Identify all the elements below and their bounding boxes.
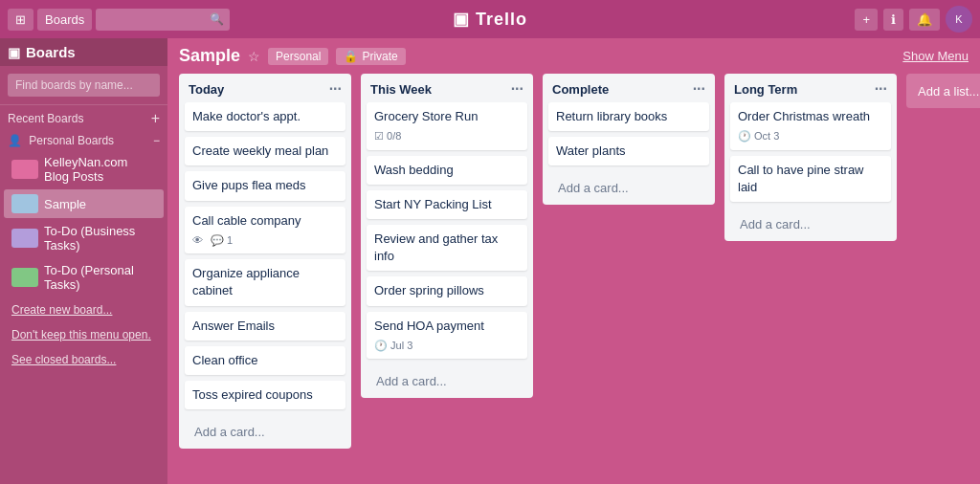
show-menu-link[interactable]: Show Menu [902,49,969,63]
card-c3[interactable]: Give pups flea meds [185,171,345,200]
card-text-c1: Make doctor's appt. [192,109,301,123]
card-text-c6: Answer Emails [192,319,275,333]
list-menu-long-term[interactable]: ··· [875,81,887,97]
card-c16[interactable]: Water plants [548,137,709,165]
card-text-c3: Give pups flea meds [192,178,306,192]
bell-icon: 🔔 [917,12,932,27]
board-title: Sample [179,46,240,66]
card-c2[interactable]: Create weekly meal plan [185,137,345,165]
nav-left: ⊞ Boards 🔍 [8,9,230,31]
lists-container: Today···Make doctor's appt.Create weekly… [167,74,980,484]
list-long-term: Long Term···Order Christmas wreath🕐 Oct … [724,74,897,241]
list-title-today: Today [189,82,224,97]
board-label-blog: KelleyNan.com Blog Posts [44,155,156,184]
board-visibility-private[interactable]: 🔒 Private [336,48,405,65]
board-area: Sample ☆ Personal 🔒 Private Show Menu To… [167,38,980,484]
board-color-sample [11,194,38,213]
star-icon[interactable]: ☆ [248,49,260,64]
card-meta-item: 👁 [192,233,203,248]
add-personal-button[interactable]: − [153,134,160,147]
list-header-today: Today··· [179,74,351,102]
list-header-this-week: This Week··· [361,74,533,102]
card-text-c7: Clean office [192,353,257,367]
board-header: Sample ☆ Personal 🔒 Private Show Menu [167,38,980,74]
boards-nav-button[interactable]: Boards [37,9,92,31]
add-card-btn-this-week[interactable]: Add a card... [367,368,527,394]
list-title-long-term: Long Term [734,82,797,97]
card-c14[interactable]: Send HOA payment🕐 Jul 3 [367,312,527,360]
nav-right: + ℹ 🔔 K [855,6,972,33]
list-cards-long-term: Order Christmas wreath🕐 Oct 3Call to hav… [724,102,897,208]
card-c13[interactable]: Order spring pillows [367,276,527,305]
list-menu-complete[interactable]: ··· [693,81,705,97]
card-c15[interactable]: Return library books [548,102,709,131]
board-label-sample: Sample [44,197,86,211]
sidebar-item-sample[interactable]: Sample [4,189,164,218]
board-label-personal: To-Do (Personal Tasks) [44,263,156,292]
sidebar-search-input[interactable] [8,74,160,97]
card-meta-c17: 🕐 Oct 3 [738,129,883,143]
sidebar-item-business[interactable]: To-Do (Business Tasks) [4,219,164,257]
search-wrap: 🔍 [96,9,230,31]
main-area: ▣ Boards Recent Boards + 👤 Personal Boar… [0,38,980,484]
card-c8[interactable]: Toss expired coupons [185,381,345,409]
avatar[interactable]: K [946,6,972,33]
list-title-complete: Complete [552,82,609,97]
card-c4[interactable]: Call cable company👁 💬 1 [185,207,345,254]
card-c18[interactable]: Call to have pine straw laid [730,156,891,202]
card-text-c17: Order Christmas wreath [738,109,870,123]
card-c5[interactable]: Organize appliance cabinet [185,259,345,305]
boards-header: ▣ Boards [0,38,167,66]
sidebar: ▣ Boards Recent Boards + 👤 Personal Boar… [0,38,167,484]
person-icon: 👤 [8,134,22,147]
list-menu-this-week[interactable]: ··· [511,81,523,97]
card-text-c2: Create weekly meal plan [192,143,328,158]
board-visibility-personal[interactable]: Personal [268,48,328,65]
card-c10[interactable]: Wash bedding [367,156,527,185]
closed-boards-link[interactable]: See closed boards... [4,349,164,370]
board-color-blog [11,160,38,179]
add-button[interactable]: + [855,9,878,31]
keep-menu-link[interactable]: Don't keep this menu open. [4,324,164,345]
create-board-link[interactable]: Create new board... [4,299,164,320]
top-nav: ⊞ Boards 🔍 ▣ Trello + ℹ 🔔 K [0,0,980,38]
add-card-btn-complete[interactable]: Add a card... [548,175,709,201]
boards-header-title: Boards [26,44,76,60]
home-button[interactable]: ⊞ [8,9,33,31]
card-text-c12: Review and gather tax info [374,231,498,263]
card-c12[interactable]: Review and gather tax info [367,225,527,271]
list-title-this-week: This Week [370,82,432,97]
sidebar-item-blog[interactable]: KelleyNan.com Blog Posts [4,150,164,188]
board-label-business: To-Do (Business Tasks) [44,224,156,253]
board-color-personal [11,268,38,287]
card-text-c10: Wash bedding [374,163,454,177]
search-icon: 🔍 [210,12,224,26]
add-list-button[interactable]: Add a list... [906,74,980,108]
recent-section-header: Recent Boards + [0,105,167,128]
card-c11[interactable]: Start NY Packing List [367,190,527,219]
sidebar-item-personal[interactable]: To-Do (Personal Tasks) [4,258,164,297]
card-c1[interactable]: Make doctor's appt. [185,102,345,131]
card-meta-item: 🕐 Oct 3 [738,129,779,143]
sidebar-boards-list: KelleyNan.com Blog PostsSampleTo-Do (Bus… [0,149,167,297]
card-c6[interactable]: Answer Emails [185,312,345,341]
list-menu-today[interactable]: ··· [329,81,342,97]
card-text-c11: Start NY Packing List [374,197,492,211]
add-card-btn-today[interactable]: Add a card... [185,419,345,445]
card-meta-c4: 👁 💬 1 [192,233,338,248]
info-button[interactable]: ℹ [883,9,903,31]
card-text-c16: Water plants [556,143,626,158]
add-recent-button[interactable]: + [151,111,160,126]
private-label: Private [362,50,397,63]
lock-icon: 🔒 [344,50,358,63]
card-c17[interactable]: Order Christmas wreath🕐 Oct 3 [730,102,891,150]
add-card-btn-long-term[interactable]: Add a card... [730,211,891,237]
card-c9[interactable]: Grocery Store Run☑ 0/8 [367,102,527,150]
card-c7[interactable]: Clean office [185,346,345,375]
card-meta-c14: 🕐 Jul 3 [374,339,520,353]
avatar-initials: K [955,13,962,25]
notification-button[interactable]: 🔔 [909,9,940,31]
card-text-c5: Organize appliance cabinet [192,266,300,297]
card-text-c14: Send HOA payment [374,319,484,333]
list-cards-complete: Return library booksWater plants [543,102,715,171]
